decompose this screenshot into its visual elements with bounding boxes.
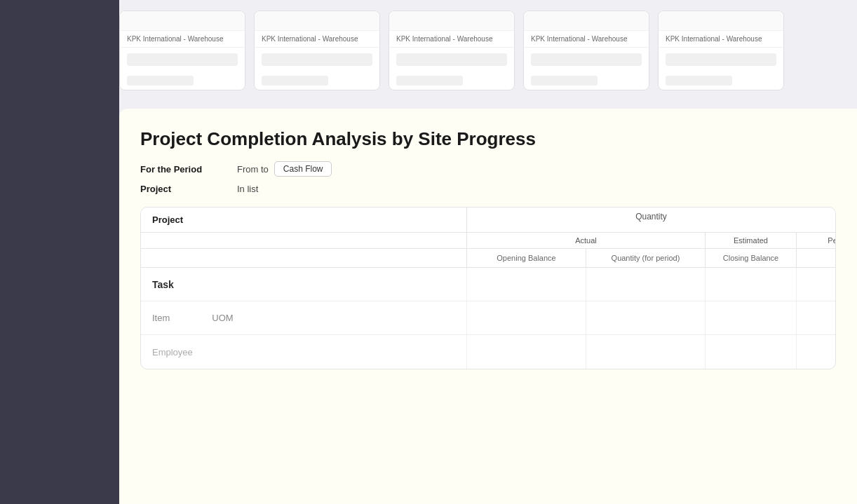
col-quantity-group: Quantity	[467, 207, 835, 233]
row-employee-label: Employee	[141, 335, 467, 369]
project-card-2[interactable]: KPK International - Warehouse	[254, 11, 380, 90]
card-label-5: KPK International - Warehouse	[659, 31, 783, 48]
filter-from-to: From to	[237, 164, 269, 175]
row-employee-estimated	[797, 335, 836, 369]
filter-period-row: For the Period From to Cash Flow	[140, 161, 836, 177]
project-card-4[interactable]: KPK International - Warehouse	[523, 11, 649, 90]
col-header-quantity-period: Quantity (for period)	[586, 249, 706, 267]
project-card-3[interactable]: KPK International - Warehouse	[389, 11, 515, 90]
table-header-group: Project Quantity	[141, 207, 835, 233]
row-item-label: Item	[152, 313, 170, 323]
table-columns-row: Opening Balance Quantity (for period) Cl…	[141, 249, 835, 268]
subheader-pending1: Pending	[797, 233, 836, 249]
row-item-opening	[467, 301, 586, 334]
main-content: Project Completion Analysis by Site Prog…	[119, 109, 857, 504]
col-header-estimated	[797, 249, 836, 267]
col-header-opening-balance: Opening Balance	[467, 249, 586, 267]
card-label-4: KPK International - Warehouse	[524, 31, 649, 48]
row-item-uom: UOM	[212, 313, 233, 323]
col-header-project	[141, 249, 467, 267]
project-card-1[interactable]: KPK International - Warehouse	[119, 11, 245, 90]
card-label-3: KPK International - Warehouse	[389, 31, 514, 48]
row-task-closing	[706, 268, 797, 301]
card-label-2: KPK International - Warehouse	[255, 31, 379, 48]
report-table: Project Quantity Actual Estimated Pendin…	[140, 207, 836, 369]
filter-project-label: Project	[140, 184, 231, 194]
table-row-item: Item UOM	[141, 301, 835, 335]
row-task-quantity	[586, 268, 706, 301]
row-task-estimated	[797, 268, 836, 301]
sidebar	[0, 0, 119, 504]
filter-project-row: Project In list	[140, 184, 836, 194]
subheader-actual: Actual	[467, 233, 706, 249]
table-row-task: Task	[141, 268, 835, 301]
row-item-estimated	[797, 301, 836, 334]
cash-flow-badge[interactable]: Cash Flow	[274, 161, 332, 177]
subheader-project-empty	[141, 233, 467, 249]
row-item-quantity	[586, 301, 706, 334]
project-card-5[interactable]: KPK International - Warehouse	[658, 11, 784, 90]
top-cards-section: KPK International - Warehouse KPK Intern…	[119, 0, 857, 109]
filter-project-value: In list	[237, 184, 258, 194]
col-project-header: Project	[141, 207, 467, 233]
table-row-employee: Employee	[141, 335, 835, 369]
table-subheader: Actual Estimated Pending Completion %	[141, 233, 835, 249]
row-employee-quantity	[586, 335, 706, 369]
row-item-closing	[706, 301, 797, 334]
row-employee-closing	[706, 335, 797, 369]
row-task-opening	[467, 268, 586, 301]
subheader-estimated: Estimated	[706, 233, 797, 249]
report-title: Project Completion Analysis by Site Prog…	[140, 128, 836, 150]
card-label-1: KPK International - Warehouse	[120, 31, 245, 48]
row-employee-opening	[467, 335, 586, 369]
col-header-closing-balance: Closing Balance	[706, 249, 797, 267]
row-task-label: Task	[141, 268, 467, 301]
filter-period-label: For the Period	[140, 164, 231, 175]
